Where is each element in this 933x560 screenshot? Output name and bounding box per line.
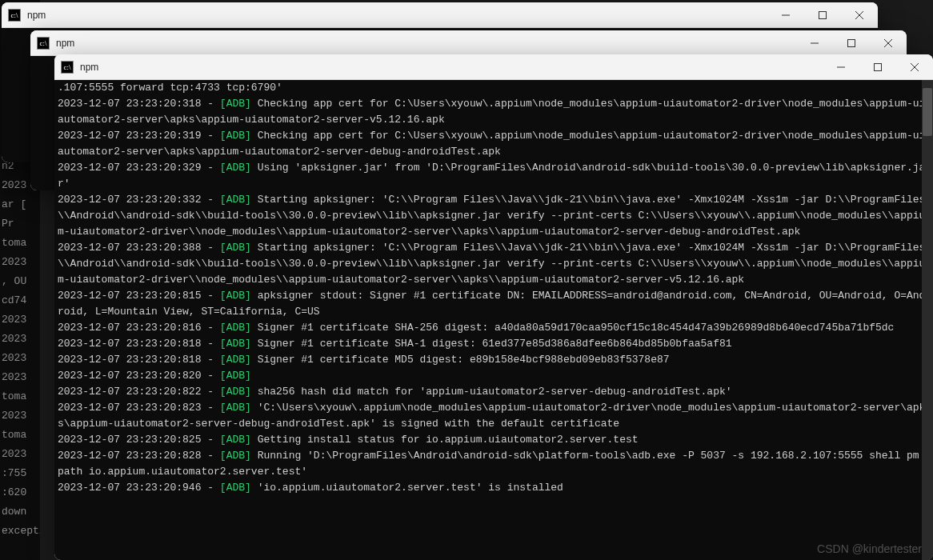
log-line: 2023-12-07 23:23:20:818 - [ADB] Signer #… [58, 352, 930, 368]
title-bar[interactable]: c:\ npm [54, 54, 933, 80]
bg-fragment: :620 [2, 485, 26, 501]
minimize-button[interactable] [823, 54, 859, 80]
bg-fragment: 2023 [2, 350, 26, 366]
window-title: npm [56, 38, 796, 49]
bg-fragment: 2023 [2, 331, 26, 347]
close-button[interactable] [841, 2, 878, 28]
log-line: 2023-12-07 23:23:20:946 - [ADB] 'io.appi… [58, 480, 930, 496]
bg-fragment: cd74 [2, 293, 26, 309]
console-icon: c:\ [61, 61, 74, 74]
bg-fragment: toma [2, 427, 26, 443]
svg-rect-2 [875, 64, 882, 71]
bg-fragment: 2023 [2, 446, 26, 462]
minimize-button[interactable] [767, 2, 804, 28]
minimize-button[interactable] [796, 30, 833, 56]
maximize-button[interactable] [859, 54, 896, 80]
log-line: 2023-12-07 23:23:20:822 - [ADB] sha256 h… [58, 384, 930, 400]
scrollbar-track[interactable] [922, 80, 933, 560]
svg-rect-0 [819, 12, 827, 19]
log-line: 2023-12-07 23:23:20:329 - [ADB] Using 'a… [58, 160, 930, 192]
bg-fragment: , OU [2, 274, 26, 290]
log-line: 2023-12-07 23:23:20:818 - [ADB] Signer #… [58, 336, 930, 352]
console-icon: c:\ [8, 9, 21, 22]
title-bar[interactable]: c:\ npm [2, 2, 878, 28]
console-icon: c:\ [37, 37, 50, 50]
svg-rect-1 [848, 40, 855, 47]
npm-window-front: c:\ npm .107:5555 forward tcp:4733 tcp:6… [54, 54, 933, 560]
log-line: 2023-12-07 23:23:20:332 - [ADB] Starting… [58, 192, 930, 240]
scrollbar-thumb[interactable] [923, 88, 932, 136]
bg-fragment: toma [2, 235, 26, 251]
bg-fragment: Pr [2, 216, 14, 232]
log-line: .107:5555 forward tcp:4733 tcp:6790' [58, 80, 930, 96]
maximize-button[interactable] [833, 30, 870, 56]
terminal-body[interactable]: .107:5555 forward tcp:4733 tcp:6790'2023… [54, 80, 933, 560]
log-line: 2023-12-07 23:23:20:820 - [ADB] [58, 368, 930, 384]
bg-fragment: 2023 [2, 254, 26, 270]
log-line: 2023-12-07 23:23:20:318 - [ADB] Checking… [58, 96, 930, 128]
bg-fragment: exceptio [2, 523, 40, 539]
log-line: 2023-12-07 23:23:20:816 - [ADB] Signer #… [58, 320, 930, 336]
bg-fragment: down [2, 504, 26, 520]
bg-fragment: ar [ [2, 197, 26, 213]
bg-fragment: 2023 [2, 408, 26, 424]
bg-fragment: 2023 [2, 178, 26, 194]
bg-fragment: 2023 [2, 370, 26, 386]
title-bar[interactable]: c:\ npm [30, 30, 907, 56]
log-line: 2023-12-07 23:23:20:388 - [ADB] Starting… [58, 240, 930, 288]
window-title: npm [27, 10, 767, 21]
window-title: npm [80, 62, 823, 73]
bg-fragment: toma [2, 389, 26, 405]
maximize-button[interactable] [804, 2, 841, 28]
close-button[interactable] [870, 30, 907, 56]
log-line: 2023-12-07 23:23:20:828 - [ADB] Running … [58, 448, 930, 480]
log-line: 2023-12-07 23:23:20:815 - [ADB] apksigne… [58, 288, 930, 320]
log-line: 2023-12-07 23:23:20:825 - [ADB] Getting … [58, 432, 930, 448]
close-button[interactable] [896, 54, 933, 80]
log-line: 2023-12-07 23:23:20:319 - [ADB] Checking… [58, 128, 930, 160]
log-line: 2023-12-07 23:23:20:823 - [ADB] 'C:\User… [58, 400, 930, 432]
bg-fragment: :755 [2, 466, 26, 482]
bg-fragment: 2023 [2, 312, 26, 328]
